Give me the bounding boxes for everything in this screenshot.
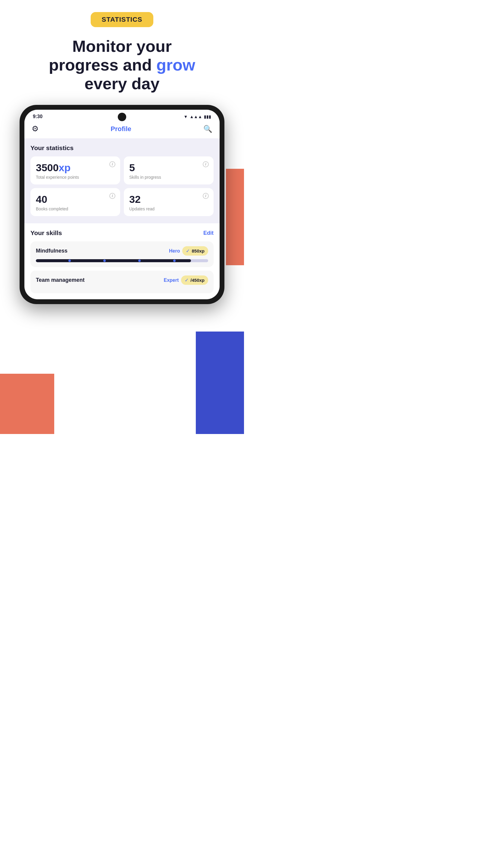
skill-name-team: Team management: [36, 277, 85, 283]
skill-level-team: Expert: [164, 278, 179, 283]
progress-dot: [68, 259, 71, 262]
search-icon[interactable]: 🔍: [203, 125, 213, 133]
stat-value-updates: 32: [129, 193, 208, 205]
skill-card-mindfulness: Mindfulness Hero ✓ 850xp: [30, 241, 214, 267]
stat-label-updates: Updates read: [129, 207, 208, 211]
stat-value-skills: 5: [129, 162, 208, 174]
phone-mockup: 9:30 ▼ ▲▲▲ ▮▮▮ ⚙ Profile 🔍 Your statisti…: [20, 105, 224, 304]
hero-title: Monitor your progress and grow every day: [37, 37, 207, 93]
camera-notch: [118, 113, 126, 121]
status-time: 9:30: [33, 114, 42, 119]
progress-dot: [138, 259, 141, 262]
stat-card-skills: 5 Skills in progress i: [124, 156, 214, 184]
skill-level-container-team: Expert ✓ /450xp: [164, 276, 208, 285]
statistics-badge: STATISTICS: [91, 12, 153, 27]
skill-header-team: Team management Expert ✓ /450xp: [36, 276, 208, 285]
progress-bar-mindfulness: [36, 259, 208, 262]
stat-value-xp: 3500xp: [36, 162, 115, 174]
statistics-section-title: Your statistics: [30, 144, 214, 152]
stat-value-books: 40: [36, 193, 115, 205]
skills-header: Your skills Edit: [30, 229, 214, 237]
gear-icon[interactable]: ⚙: [32, 124, 38, 133]
hero-line1: Monitor your: [72, 37, 172, 55]
skill-xp-mindfulness: 850xp: [192, 248, 204, 253]
red-decorative-block: [226, 169, 244, 265]
app-title: Profile: [110, 125, 131, 133]
skills-section: Your skills Edit Mindfulness Hero ✓ 850x…: [24, 223, 220, 299]
skill-level-container-mindfulness: Hero ✓ 850xp: [169, 246, 208, 255]
phone-inner: 9:30 ▼ ▲▲▲ ▮▮▮ ⚙ Profile 🔍 Your statisti…: [24, 110, 220, 299]
progress-dot: [103, 259, 106, 262]
skill-card-team-management: Team management Expert ✓ /450xp: [30, 271, 214, 293]
stat-label-xp: Total experience points: [36, 175, 115, 180]
xp-suffix: xp: [59, 162, 71, 173]
stats-grid: 3500xp Total experience points i 5 Skill…: [30, 156, 214, 216]
skill-name-mindfulness: Mindfulness: [36, 248, 67, 254]
wifi-icon: ▼: [184, 114, 188, 119]
hero-highlight: grow: [156, 56, 195, 74]
blue-decorative-block: [196, 332, 244, 434]
edit-button[interactable]: Edit: [203, 230, 214, 236]
stat-label-books: Books completed: [36, 207, 115, 211]
hero-line2: progress and: [49, 56, 156, 74]
signal-icon: ▲▲▲: [190, 114, 202, 119]
hero-line3: every day: [84, 74, 159, 93]
progress-dots-mindfulness: [36, 259, 208, 262]
header-section: STATISTICS Monitor your progress and gro…: [0, 0, 244, 93]
status-bar: 9:30 ▼ ▲▲▲ ▮▮▮: [24, 110, 220, 122]
phone-outer: 9:30 ▼ ▲▲▲ ▮▮▮ ⚙ Profile 🔍 Your statisti…: [20, 105, 224, 304]
skill-level-mindfulness: Hero: [169, 248, 180, 254]
progress-dot: [173, 259, 175, 262]
skill-xp-team: /450xp: [190, 278, 204, 283]
skills-section-title: Your skills: [30, 229, 62, 237]
app-header: ⚙ Profile 🔍: [24, 122, 220, 138]
stat-card-books: 40 Books completed i: [30, 188, 120, 216]
badge-check-icon-team: ✓: [185, 277, 189, 283]
skill-badge-team: ✓ /450xp: [181, 276, 208, 285]
statistics-section: Your statistics 3500xp Total experience …: [24, 138, 220, 223]
statistics-badge-text: STATISTICS: [101, 16, 142, 23]
red-bottom-block: [0, 374, 54, 434]
badge-check-icon-mindfulness: ✓: [186, 248, 190, 254]
skill-header-mindfulness: Mindfulness Hero ✓ 850xp: [36, 246, 208, 255]
stat-label-skills: Skills in progress: [129, 175, 208, 180]
battery-icon: ▮▮▮: [204, 114, 211, 119]
status-icons: ▼ ▲▲▲ ▮▮▮: [184, 114, 211, 119]
stat-card-xp: 3500xp Total experience points i: [30, 156, 120, 184]
skill-badge-mindfulness: ✓ 850xp: [182, 246, 208, 255]
stat-card-updates: 32 Updates read i: [124, 188, 214, 216]
